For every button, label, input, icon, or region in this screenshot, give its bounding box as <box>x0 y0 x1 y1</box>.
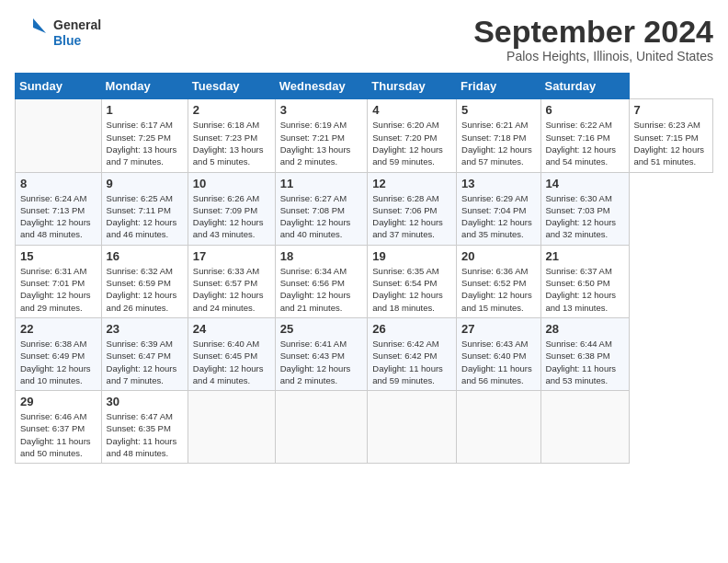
calendar-cell: 25Sunrise: 6:41 AMSunset: 6:43 PMDayligh… <box>275 317 368 390</box>
day-number: 24 <box>193 322 270 336</box>
calendar-cell: 18Sunrise: 6:34 AMSunset: 6:56 PMDayligh… <box>275 245 368 317</box>
day-info: Sunrise: 6:41 AMSunset: 6:43 PMDaylight:… <box>280 338 363 386</box>
calendar-header-row: SundayMondayTuesdayWednesdayThursdayFrid… <box>16 74 713 99</box>
day-info: Sunrise: 6:20 AMSunset: 7:20 PMDaylight:… <box>372 119 451 167</box>
calendar-cell <box>16 99 102 172</box>
day-info: Sunrise: 6:32 AMSunset: 6:59 PMDaylight:… <box>107 265 183 314</box>
day-number: 4 <box>372 103 451 117</box>
logo-wrapper: GeneralBlue <box>15 15 101 52</box>
calendar-week-row: 8Sunrise: 6:24 AMSunset: 7:13 PMDaylight… <box>16 172 713 245</box>
day-info: Sunrise: 6:25 AMSunset: 7:11 PMDaylight:… <box>107 192 183 241</box>
day-number: 19 <box>372 249 451 263</box>
day-number: 6 <box>546 103 624 117</box>
calendar-cell: 8Sunrise: 6:24 AMSunset: 7:13 PMDaylight… <box>16 172 102 245</box>
day-number: 28 <box>546 322 624 336</box>
day-info: Sunrise: 6:28 AMSunset: 7:06 PMDaylight:… <box>372 192 451 241</box>
calendar-cell: 23Sunrise: 6:39 AMSunset: 6:47 PMDayligh… <box>101 317 188 390</box>
day-info: Sunrise: 6:26 AMSunset: 7:09 PMDaylight:… <box>193 192 270 241</box>
calendar-cell: 27Sunrise: 6:43 AMSunset: 6:40 PMDayligh… <box>457 317 540 390</box>
calendar-cell <box>368 391 457 464</box>
calendar-cell: 15Sunrise: 6:31 AMSunset: 7:01 PMDayligh… <box>16 245 102 317</box>
calendar-cell: 29Sunrise: 6:46 AMSunset: 6:37 PMDayligh… <box>16 391 102 464</box>
day-info: Sunrise: 6:47 AMSunset: 6:35 PMDaylight:… <box>107 410 183 459</box>
day-info: Sunrise: 6:38 AMSunset: 6:49 PMDaylight:… <box>20 338 97 386</box>
logo-text: GeneralBlue <box>53 17 101 49</box>
calendar-cell: 11Sunrise: 6:27 AMSunset: 7:08 PMDayligh… <box>275 172 368 245</box>
calendar-cell: 12Sunrise: 6:28 AMSunset: 7:06 PMDayligh… <box>368 172 457 245</box>
day-info: Sunrise: 6:17 AMSunset: 7:25 PMDaylight:… <box>107 119 183 167</box>
day-number: 29 <box>20 395 97 408</box>
day-number: 18 <box>280 249 363 263</box>
calendar-cell: 1Sunrise: 6:17 AMSunset: 7:25 PMDaylight… <box>101 99 188 172</box>
day-header: Monday <box>101 74 188 99</box>
day-header: Saturday <box>540 74 629 99</box>
calendar-cell <box>275 391 368 464</box>
day-number: 15 <box>20 249 97 263</box>
day-number: 1 <box>107 103 183 117</box>
logo: GeneralBlue <box>15 15 101 52</box>
day-number: 25 <box>280 322 363 336</box>
day-header: Sunday <box>16 74 102 99</box>
calendar-cell: 17Sunrise: 6:33 AMSunset: 6:57 PMDayligh… <box>188 245 275 317</box>
day-info: Sunrise: 6:44 AMSunset: 6:38 PMDaylight:… <box>546 338 624 386</box>
day-info: Sunrise: 6:33 AMSunset: 6:57 PMDaylight:… <box>193 265 270 314</box>
day-info: Sunrise: 6:27 AMSunset: 7:08 PMDaylight:… <box>280 192 363 241</box>
day-info: Sunrise: 6:19 AMSunset: 7:21 PMDaylight:… <box>280 119 363 167</box>
day-number: 9 <box>107 177 183 190</box>
day-number: 23 <box>107 322 183 336</box>
day-number: 12 <box>372 177 451 190</box>
calendar-cell: 9Sunrise: 6:25 AMSunset: 7:11 PMDaylight… <box>101 172 188 245</box>
day-number: 10 <box>193 177 270 190</box>
day-info: Sunrise: 6:31 AMSunset: 7:01 PMDaylight:… <box>20 265 97 314</box>
calendar-cell: 28Sunrise: 6:44 AMSunset: 6:38 PMDayligh… <box>540 317 629 390</box>
day-info: Sunrise: 6:34 AMSunset: 6:56 PMDaylight:… <box>280 265 363 314</box>
day-header: Wednesday <box>275 74 368 99</box>
calendar-week-row: 22Sunrise: 6:38 AMSunset: 6:49 PMDayligh… <box>16 317 713 390</box>
day-info: Sunrise: 6:35 AMSunset: 6:54 PMDaylight:… <box>372 265 451 314</box>
calendar-cell: 30Sunrise: 6:47 AMSunset: 6:35 PMDayligh… <box>101 391 188 464</box>
day-number: 16 <box>107 249 183 263</box>
day-info: Sunrise: 6:37 AMSunset: 6:50 PMDaylight:… <box>546 265 624 314</box>
calendar-cell <box>188 391 275 464</box>
calendar-week-row: 1Sunrise: 6:17 AMSunset: 7:25 PMDaylight… <box>16 99 713 172</box>
day-header: Tuesday <box>188 74 275 99</box>
day-info: Sunrise: 6:23 AMSunset: 7:15 PMDaylight:… <box>634 119 708 167</box>
day-info: Sunrise: 6:46 AMSunset: 6:37 PMDaylight:… <box>20 410 97 459</box>
day-number: 21 <box>546 249 624 263</box>
day-info: Sunrise: 6:22 AMSunset: 7:16 PMDaylight:… <box>546 119 624 167</box>
calendar-cell: 16Sunrise: 6:32 AMSunset: 6:59 PMDayligh… <box>101 245 188 317</box>
calendar-cell: 20Sunrise: 6:36 AMSunset: 6:52 PMDayligh… <box>457 245 540 317</box>
calendar-cell: 26Sunrise: 6:42 AMSunset: 6:42 PMDayligh… <box>368 317 457 390</box>
day-header: Thursday <box>368 74 457 99</box>
day-info: Sunrise: 6:39 AMSunset: 6:47 PMDaylight:… <box>107 338 183 386</box>
svg-marker-0 <box>33 18 46 33</box>
page-header: GeneralBlue September 2024 Palos Heights… <box>15 15 713 63</box>
day-info: Sunrise: 6:18 AMSunset: 7:23 PMDaylight:… <box>193 119 270 167</box>
calendar-cell <box>457 391 540 464</box>
day-number: 13 <box>461 177 535 190</box>
calendar-cell: 6Sunrise: 6:22 AMSunset: 7:16 PMDaylight… <box>540 99 629 172</box>
day-info: Sunrise: 6:43 AMSunset: 6:40 PMDaylight:… <box>461 338 535 386</box>
calendar-table: SundayMondayTuesdayWednesdayThursdayFrid… <box>15 73 713 464</box>
calendar-cell: 4Sunrise: 6:20 AMSunset: 7:20 PMDaylight… <box>368 99 457 172</box>
calendar-cell: 14Sunrise: 6:30 AMSunset: 7:03 PMDayligh… <box>540 172 629 245</box>
calendar-cell: 7Sunrise: 6:23 AMSunset: 7:15 PMDaylight… <box>629 99 712 172</box>
day-number: 30 <box>107 395 183 408</box>
day-info: Sunrise: 6:40 AMSunset: 6:45 PMDaylight:… <box>193 338 270 386</box>
calendar-cell: 3Sunrise: 6:19 AMSunset: 7:21 PMDaylight… <box>275 99 368 172</box>
day-info: Sunrise: 6:42 AMSunset: 6:42 PMDaylight:… <box>372 338 451 386</box>
day-number: 27 <box>461 322 535 336</box>
day-header: Friday <box>457 74 540 99</box>
calendar-cell: 5Sunrise: 6:21 AMSunset: 7:18 PMDaylight… <box>457 99 540 172</box>
day-info: Sunrise: 6:30 AMSunset: 7:03 PMDaylight:… <box>546 192 624 241</box>
day-number: 3 <box>280 103 363 117</box>
day-number: 7 <box>634 103 708 117</box>
calendar-week-row: 15Sunrise: 6:31 AMSunset: 7:01 PMDayligh… <box>16 245 713 317</box>
day-info: Sunrise: 6:21 AMSunset: 7:18 PMDaylight:… <box>461 119 535 167</box>
day-info: Sunrise: 6:24 AMSunset: 7:13 PMDaylight:… <box>20 192 97 241</box>
calendar-cell: 10Sunrise: 6:26 AMSunset: 7:09 PMDayligh… <box>188 172 275 245</box>
day-info: Sunrise: 6:36 AMSunset: 6:52 PMDaylight:… <box>461 265 535 314</box>
day-number: 8 <box>20 177 97 190</box>
calendar-cell: 19Sunrise: 6:35 AMSunset: 6:54 PMDayligh… <box>368 245 457 317</box>
calendar-week-row: 29Sunrise: 6:46 AMSunset: 6:37 PMDayligh… <box>16 391 713 464</box>
